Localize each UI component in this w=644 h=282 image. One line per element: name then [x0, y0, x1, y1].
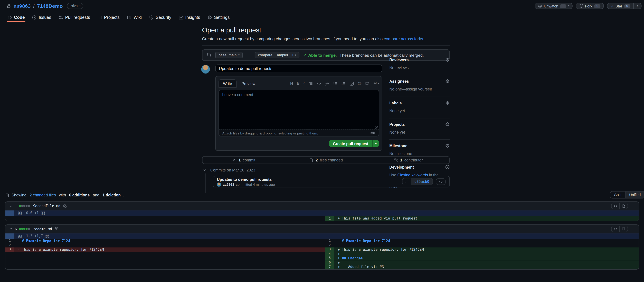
split-view-button[interactable]: Split [610, 191, 625, 198]
tab-pull-requests[interactable]: Pull requests [55, 13, 93, 22]
commit-meta: aa9863 committed 4 minutes ago [217, 182, 275, 186]
attach-files-bar[interactable]: Attach files by dragging & dropping, sel… [218, 130, 379, 137]
copy-icon[interactable] [63, 204, 67, 208]
comment-textarea[interactable] [218, 90, 379, 130]
issue-icon [32, 15, 37, 20]
tab-projects[interactable]: Projects [94, 13, 123, 22]
gear-icon[interactable] [445, 58, 450, 62]
create-pr-dropdown-button[interactable]: ▾ [372, 140, 379, 147]
unwatch-button[interactable]: Unwatch 1 ▾ [535, 3, 572, 9]
files-changed-stat[interactable]: 2 files changed [285, 158, 367, 162]
pr-title-input[interactable] [215, 65, 382, 72]
tab-preview[interactable]: Preview [236, 81, 260, 86]
tab-label: Settings [214, 15, 230, 20]
file-name[interactable]: SecondFile.md [33, 204, 60, 208]
tab-insights[interactable]: Insights [176, 13, 204, 22]
kebab-menu-icon[interactable]: ··· [630, 227, 635, 231]
empty-cell [14, 216, 325, 220]
gear-icon[interactable] [445, 101, 450, 105]
file-name[interactable]: readme.md [33, 227, 52, 231]
unified-view-button[interactable]: Unified [625, 191, 644, 198]
gear-icon[interactable] [445, 122, 450, 126]
tab-settings[interactable]: Settings [204, 13, 233, 22]
line-number [5, 256, 14, 260]
line-number: 1 [325, 216, 334, 220]
bold-icon[interactable]: B [297, 82, 300, 85]
compare-branch-selector[interactable]: compare: EamplePull ▾ [255, 52, 300, 58]
tab-code[interactable]: Code [4, 13, 28, 22]
file-icon[interactable] [619, 203, 627, 209]
tab-wiki[interactable]: Wiki [124, 13, 145, 22]
commit-title-link[interactable]: Updates to demo pull rquests [217, 177, 275, 181]
tab-label: Code [14, 15, 25, 20]
description-text: Create a new pull request by comparing c… [202, 37, 384, 41]
repo-name-link[interactable]: 7148Demo [37, 3, 62, 9]
chevron-down-icon: ▾ [375, 142, 377, 145]
italic-icon[interactable]: I [303, 82, 305, 85]
tab-issues[interactable]: Issues [29, 13, 54, 22]
mention-icon[interactable]: @ [358, 82, 362, 85]
saved-replies-icon[interactable]: ↩ ▾ [374, 81, 379, 85]
kebab-menu-icon[interactable]: ··· [630, 204, 635, 208]
browse-code-button[interactable] [436, 178, 446, 185]
code-icon [8, 15, 12, 20]
cross-reference-icon[interactable] [365, 81, 370, 86]
changed-files-link[interactable]: 2 changed files [30, 192, 56, 197]
fork-button[interactable]: Fork 0 [576, 3, 604, 9]
star-count: 0 [624, 4, 630, 8]
divider [202, 45, 450, 46]
additions-count: 6 additions [69, 192, 90, 197]
chevron-down-icon[interactable] [9, 227, 13, 230]
compare-across-forks-link[interactable]: compare across forks [384, 37, 423, 41]
heading-icon[interactable]: H [290, 82, 293, 85]
code-icon[interactable] [317, 81, 321, 86]
merge-status-text: Able to merge. [308, 53, 337, 57]
gear-icon[interactable] [445, 143, 450, 148]
summary-text: with [58, 192, 67, 197]
diff-hunk-row: ···@@ -1,3 +1,7 @@ [5, 233, 638, 239]
copy-icon[interactable] [55, 227, 58, 230]
section-body: No milestone [389, 151, 450, 157]
diff-row: 3- This is a example reposiory for 7124C… [5, 247, 638, 252]
lock-icon [6, 4, 11, 8]
gear-icon[interactable] [445, 79, 450, 84]
expand-hunk-button[interactable]: ··· [5, 233, 14, 239]
hunk-empty [334, 233, 639, 239]
section-label: Projects [389, 122, 405, 126]
copy-icon[interactable] [402, 178, 411, 185]
expand-hunk-button[interactable]: ··· [5, 210, 14, 216]
star-button[interactable]: ☆ Star 0 [607, 3, 633, 9]
tab-label: Security [156, 15, 171, 20]
quote-icon[interactable] [308, 81, 313, 86]
create-pull-request-button[interactable]: Create pull request [329, 140, 372, 147]
star-button-group: ☆ Star 0 ▾ [607, 3, 642, 9]
eye-icon [538, 4, 542, 8]
code-icon[interactable] [612, 203, 619, 209]
chevron-down-icon[interactable] [9, 204, 13, 208]
section-label: Reviewers [389, 58, 409, 62]
contributors-stat[interactable]: 1 contributor [367, 158, 449, 162]
commit-sha-link[interactable]: d85acb0 [411, 178, 432, 185]
hunk-header: @@ -0,0 +1 @@ [14, 210, 325, 216]
tab-security[interactable]: Security [146, 13, 174, 22]
star-dropdown-button[interactable]: ▾ [633, 3, 642, 9]
svg-text:1: 1 [342, 82, 342, 83]
commits-stat[interactable]: 1 commit [202, 158, 285, 162]
repo-header: aa9863 / 7148Demo Private Unwatch 1 ▾ Fo… [0, 0, 644, 13]
file-view-buttons [611, 225, 628, 232]
resize-handle[interactable] [376, 126, 378, 129]
summary-text: Showing [12, 192, 28, 197]
tab-write[interactable]: Write [218, 79, 237, 87]
bullet-list-icon[interactable] [333, 81, 338, 86]
repo-nav: Code Issues Pull requests Projects Wiki … [0, 13, 644, 22]
commit-icon [232, 158, 236, 162]
file-icon[interactable] [619, 226, 627, 231]
repo-owner-link[interactable]: aa9863 [14, 3, 31, 9]
base-branch-selector[interactable]: base: main ▾ [215, 52, 243, 58]
link-icon[interactable] [325, 81, 330, 86]
code-icon[interactable] [612, 226, 619, 231]
numbered-list-icon[interactable]: 12 [341, 81, 346, 86]
chevron-down-icon: ▾ [568, 5, 569, 7]
visibility-badge: Private [67, 3, 84, 9]
tasklist-icon[interactable] [350, 81, 354, 86]
